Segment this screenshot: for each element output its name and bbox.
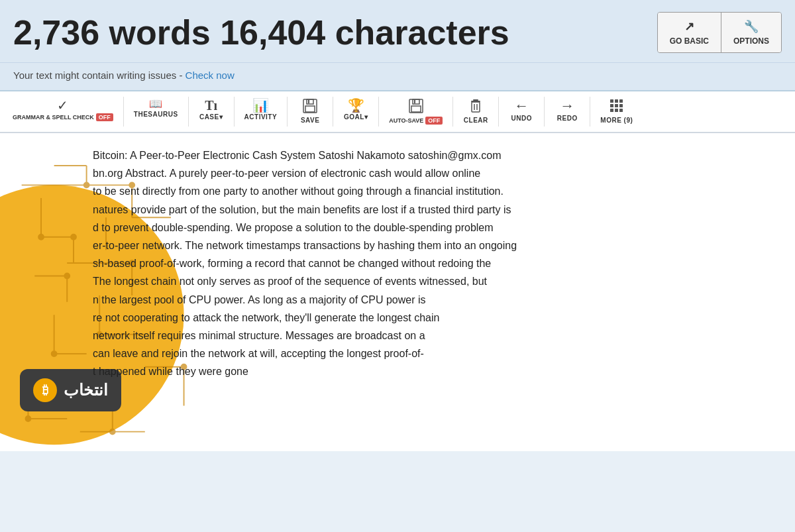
check-now-link[interactable]: Check now (186, 70, 235, 81)
options-icon: 🔧 (744, 19, 759, 34)
go-basic-icon: ↗ (684, 19, 694, 34)
divider-1 (123, 97, 124, 127)
divider-2 (188, 97, 189, 127)
undo-icon: ← (514, 99, 529, 113)
svg-rect-19 (610, 109, 613, 112)
goal-label: GOAL▾ (344, 113, 368, 121)
go-basic-label: GO BASIC (670, 36, 709, 46)
autosave-icon (409, 99, 423, 115)
redo-icon: → (560, 99, 574, 113)
undo-label: UNDO (511, 115, 532, 122)
divider-4 (287, 97, 288, 127)
activity-button[interactable]: 📊 ACTIVITY (237, 94, 285, 129)
clear-label: CLEAR (464, 117, 488, 124)
autosave-button[interactable]: AUTO-SAVE OFF (382, 94, 450, 129)
autosave-off-badge: OFF (425, 117, 443, 125)
svg-rect-2 (305, 106, 315, 112)
svg-rect-17 (615, 104, 618, 107)
svg-rect-16 (610, 104, 613, 107)
divider-8 (498, 97, 499, 127)
undo-button[interactable]: ← UNDO (502, 94, 541, 129)
toolbar: ✓ GRAMMAR & SPELL CHECK OFF 📖 THESAURUS … (0, 91, 795, 133)
svg-point-55 (26, 416, 31, 421)
divider-10 (590, 97, 590, 127)
go-basic-button[interactable]: ↗ GO BASIC (658, 13, 721, 52)
thesaurus-label: THESAURUS (134, 111, 178, 118)
word-count-title: 2,736 words 16,404 characters (13, 15, 509, 50)
svg-rect-7 (414, 100, 415, 103)
svg-rect-1 (307, 99, 313, 104)
options-label: OPTIONS (733, 36, 769, 46)
svg-rect-21 (619, 109, 623, 112)
checkmark-icon: ✓ (57, 99, 68, 112)
svg-rect-15 (619, 99, 623, 103)
editor-text-area[interactable]: Bitcoin: A Peer-to-Peer Electronic Cash … (0, 133, 795, 394)
thesaurus-icon: 📖 (149, 99, 162, 109)
autosave-label-row: AUTO-SAVE OFF (389, 117, 443, 125)
editor-area[interactable]: ₿ انتخاب Bitcoin: A Peer-to-Peer Electro… (0, 133, 795, 451)
svg-rect-6 (411, 106, 421, 112)
svg-rect-14 (615, 99, 618, 103)
goal-button[interactable]: 🏆 GOAL▾ (336, 94, 376, 129)
more-label: MORE (9) (600, 117, 633, 124)
divider-5 (333, 97, 333, 127)
svg-rect-9 (473, 99, 478, 101)
case-icon: Tı (205, 99, 217, 112)
svg-point-56 (110, 429, 115, 435)
more-icon (610, 99, 624, 115)
svg-rect-5 (413, 99, 419, 104)
divider-6 (378, 97, 379, 127)
svg-rect-10 (472, 102, 480, 112)
grammar-label-row: GRAMMAR & SPELL CHECK OFF (13, 113, 113, 121)
editor-content: Bitcoin: A Peer-to-Peer Electronic Cash … (93, 146, 782, 380)
grammar-spell-check-button[interactable]: ✓ GRAMMAR & SPELL CHECK OFF (5, 94, 121, 129)
thesaurus-button[interactable]: 📖 THESAURUS (127, 94, 186, 129)
save-button[interactable]: SAVE (290, 94, 330, 129)
autosave-label: AUTO-SAVE (389, 117, 423, 124)
case-button[interactable]: Tı CASE▾ (191, 94, 231, 129)
divider-3 (234, 97, 235, 127)
goal-icon: 🏆 (348, 99, 364, 112)
divider-7 (452, 97, 453, 127)
divider-9 (544, 97, 545, 127)
issues-bar: Your text might contain writing issues -… (0, 63, 795, 91)
svg-rect-20 (615, 109, 618, 112)
header-section: 2,736 words 16,404 characters ↗ GO BASIC… (0, 0, 795, 63)
redo-button[interactable]: → REDO (547, 94, 587, 129)
options-button[interactable]: 🔧 OPTIONS (721, 13, 781, 52)
grammar-off-badge: OFF (96, 113, 113, 121)
grammar-label: GRAMMAR & SPELL CHECK (13, 114, 94, 121)
svg-rect-3 (308, 100, 309, 103)
clear-icon (468, 99, 483, 115)
activity-label: ACTIVITY (244, 113, 278, 121)
save-icon (303, 99, 317, 115)
activity-icon: 📊 (252, 99, 269, 112)
more-button[interactable]: MORE (9) (593, 94, 640, 129)
save-label: SAVE (301, 117, 320, 124)
issues-text: Your text might contain writing issues - (13, 70, 186, 81)
header-buttons: ↗ GO BASIC 🔧 OPTIONS (657, 12, 782, 53)
case-label: CASE▾ (199, 113, 223, 121)
svg-rect-18 (619, 104, 623, 107)
redo-label: REDO (557, 115, 578, 122)
clear-button[interactable]: CLEAR (456, 94, 496, 129)
svg-rect-13 (610, 99, 613, 103)
